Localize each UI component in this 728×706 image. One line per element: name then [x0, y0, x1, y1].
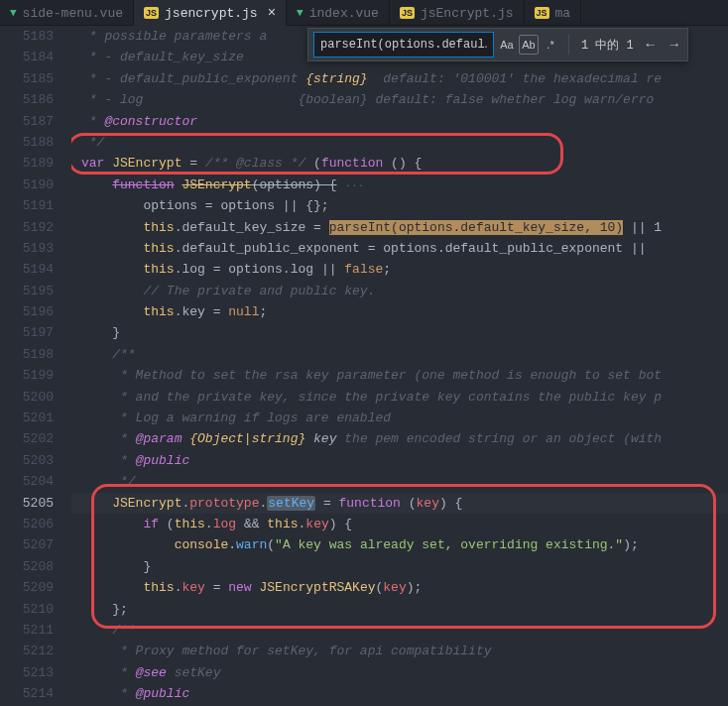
find-word-icon[interactable]: Ab: [519, 35, 539, 55]
find-options: Aa Ab .*: [497, 35, 560, 55]
vue-icon: ▼: [10, 7, 17, 19]
code-text: * - default_public_exponent: [81, 71, 305, 86]
find-prev-icon[interactable]: ←: [642, 37, 660, 53]
divider: [568, 35, 569, 55]
code-text: new: [228, 580, 251, 595]
line-number: 5190: [0, 175, 54, 195]
code-text: /** @class */: [205, 156, 305, 171]
js-icon: JS: [144, 7, 159, 19]
code-text: options = options || {};: [143, 198, 328, 213]
line-number: 5214: [0, 683, 54, 704]
code-text: }: [143, 559, 151, 574]
code-text: @public: [136, 686, 190, 701]
tab-label: side-menu.vue: [23, 6, 123, 21]
code-text: * possible parameters a: [81, 29, 267, 44]
line-number: 5184: [0, 47, 54, 67]
code-text: ||: [623, 241, 654, 256]
code-text: *: [112, 686, 135, 701]
line-number: 5198: [0, 344, 54, 365]
line-number: 5213: [0, 662, 54, 683]
code-text: (options) {: [252, 177, 337, 192]
code-text: false: [344, 262, 383, 277]
line-number: 5210: [0, 599, 54, 620]
code-text: =: [305, 220, 328, 235]
code-text: );: [407, 580, 423, 595]
code-text: JSEncryptRSAKey: [252, 580, 376, 595]
code-text: console: [175, 537, 229, 552]
code-text: warn: [236, 537, 267, 552]
vue-icon: ▼: [297, 7, 303, 19]
tab-side-menu[interactable]: ▼ side-menu.vue: [0, 0, 134, 26]
code-text: @public: [136, 453, 190, 468]
line-number: 5208: [0, 556, 54, 577]
code-text: setKey: [167, 665, 221, 680]
code-text: =: [315, 496, 338, 511]
line-number: 5194: [0, 259, 54, 280]
code-text: *: [112, 665, 135, 680]
code-text: =: [205, 580, 228, 595]
code-text: log: [213, 517, 236, 531]
code-text: (: [267, 537, 275, 552]
code-text: default_public_exponent: [182, 241, 359, 256]
tab-ma[interactable]: JS ma: [525, 0, 582, 26]
code-text: * Method to set the rsa key parameter (o…: [112, 368, 662, 383]
tab-index[interactable]: ▼ index.vue: [287, 0, 390, 26]
close-icon[interactable]: ×: [268, 6, 276, 20]
code-text: || 1: [623, 220, 662, 235]
code-text: (: [305, 156, 321, 171]
code-text: &&: [236, 517, 267, 531]
code-text: */: [112, 474, 135, 489]
code-text: = options.: [360, 241, 445, 256]
code-text: (: [159, 517, 175, 531]
line-number: 5191: [0, 195, 54, 216]
line-number: 5196: [0, 301, 54, 322]
code-text: the pem encoded string or an object (wit…: [336, 431, 662, 446]
code-text: this: [143, 304, 174, 319]
find-next-icon[interactable]: →: [666, 37, 683, 53]
find-input[interactable]: [314, 33, 493, 57]
line-number: 5211: [0, 620, 54, 641]
code-text: default_key_size: [182, 220, 305, 235]
tab-label: ma: [555, 6, 571, 21]
editor: 5183518451855186518751885189519051915192…: [0, 26, 728, 706]
line-number: 5206: [0, 514, 54, 534]
tabs-bar: ▼ side-menu.vue JS jsencrypt.js × ▼ inde…: [0, 0, 728, 26]
line-number: 5185: [0, 68, 54, 89]
line-number: 5200: [0, 387, 54, 408]
code-text: * - default_key_size: [81, 50, 244, 64]
find-case-icon[interactable]: Aa: [497, 35, 517, 55]
code-text: ;: [383, 262, 391, 277]
line-number: 5189: [0, 153, 54, 174]
code-text: this: [143, 241, 174, 256]
find-count: 1 中的 1: [581, 37, 634, 54]
find-regex-icon[interactable]: .*: [541, 35, 560, 55]
code-text: };: [112, 602, 128, 617]
tab-label: jsEncrypt.js: [421, 6, 514, 21]
line-number: 5187: [0, 111, 54, 132]
line-number: 5204: [0, 471, 54, 492]
code-text: this: [143, 580, 174, 595]
line-number: 5192: [0, 217, 54, 238]
code-text: default: '010001' the hexadecimal re: [368, 71, 662, 86]
code-text: ) {: [439, 496, 462, 511]
code-text: () {: [383, 156, 422, 171]
code-text: * Log a warning if logs are enabled: [112, 411, 391, 425]
code-text: ) {: [329, 517, 352, 531]
code-text: default_public_exponent: [445, 241, 623, 256]
code-area[interactable]: * possible parameters a * - default_key_…: [71, 26, 728, 706]
line-number: 5212: [0, 641, 54, 661]
code-text: JSEncrypt: [182, 177, 251, 192]
tab-jsencrypt-2[interactable]: JS jsEncrypt.js: [390, 0, 525, 26]
fold-indicator[interactable]: ···: [337, 179, 365, 191]
code-text: (: [401, 496, 417, 511]
code-text: @param: [136, 431, 182, 446]
code-text: );: [623, 537, 639, 552]
find-match: parseInt(options.default_key_size, 10): [329, 220, 623, 235]
code-text: this: [143, 220, 174, 235]
line-number: 5207: [0, 534, 54, 555]
code-text: * Proxy method for setKey, for api compa…: [112, 644, 491, 658]
code-text: prototype: [189, 496, 259, 511]
code-text: *: [112, 431, 135, 446]
line-number: 5201: [0, 408, 54, 428]
tab-jsencrypt[interactable]: JS jsencrypt.js ×: [134, 0, 287, 26]
